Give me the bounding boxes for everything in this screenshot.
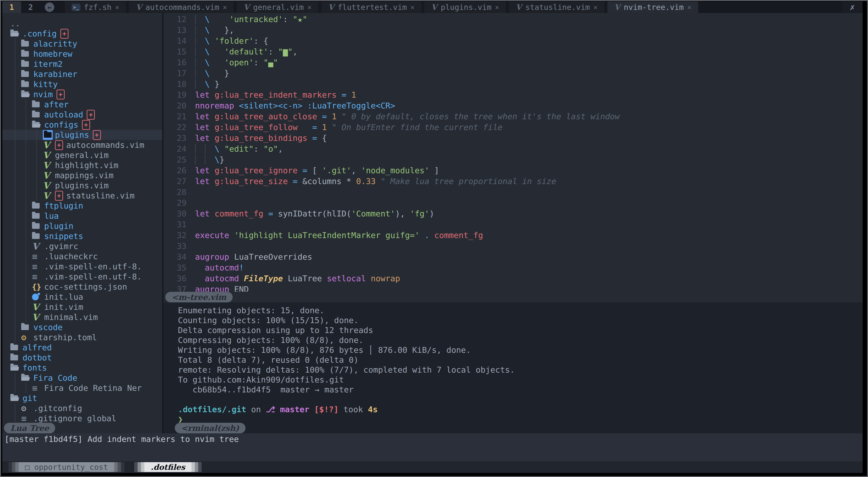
buffer-tab-general.vim[interactable]: Vgeneral.vim× [237,1,318,13]
tree-item-lua[interactable]: lua [2,211,162,221]
tree-indent-guide [32,130,43,140]
tree-item-snippets[interactable]: snippets [2,231,162,241]
code-token: "★" [293,14,307,24]
code-token: let [195,90,210,99]
buffer-tab-fzf.sh[interactable]: >_fzf.sh× [65,1,126,13]
tree-item-iterm2[interactable]: iterm2 [2,59,162,69]
tree-item-nvim[interactable]: nvim+ [2,89,162,99]
tree-item-alacritty[interactable]: alacritty [2,39,162,49]
tmux-gradient-band [191,462,195,472]
tree-item-minimal.vim[interactable]: Vminimal.vim [2,312,162,322]
file-icon: ≡ [32,383,37,393]
tree-item-vscode[interactable]: vscode [2,322,162,332]
tree-item-.vim-spell-en.utf-8.[interactable]: ≡.vim-spell-en.utf-8. [2,262,162,272]
tree-item-init.lua[interactable]: init.lua [2,292,162,302]
buffer-tab-fluttertest.vim[interactable]: Vfluttertest.vim× [321,1,422,13]
tree-item-.gvimrc[interactable]: V.gvimrc [2,241,162,251]
tab-close-icon[interactable]: × [410,3,414,11]
code-token: \ [200,58,210,67]
code-token [210,177,215,186]
code-token: 'highlight LuaTreeIndentMarker guifg=' [234,231,420,240]
tree-item-plugins.vim[interactable]: Vplugins.vim [2,180,162,191]
vim-icon: V [32,241,39,251]
tree-item-fonts[interactable]: fonts [2,363,162,373]
code-token: , [351,166,361,175]
tree-item-dotbot[interactable]: dotbot [2,352,162,363]
tmux-window-.dotfiles[interactable]: .dotfiles [134,462,202,472]
tree-item-.vim-spell-en.utf-8.[interactable]: ≡.vim-spell-en.utf-8. [2,272,162,282]
tree-indent-guide [32,140,43,150]
code-token: comment_fg [215,209,264,218]
code-token: let [195,209,210,218]
tabline-close-button[interactable]: ✗ [842,1,863,13]
tree-indent-guide [10,403,21,413]
editor-line: 19let g:lua_tree_indent_markers = 1 [163,90,863,100]
buffer-tab-nvim-tree.vim[interactable]: Vnvim-tree.vim× [608,1,698,13]
line-number: 29 [163,198,195,208]
editor-line: 30let comment_fg = synIDattr(hlID('Comme… [163,208,863,219]
tree-item-ftplugin[interactable]: ftplugin [2,201,162,211]
tmux-window-opportunity_cost[interactable]: □ opportunity_cost [8,462,124,472]
tree-item-configs[interactable]: configs+ [2,120,162,130]
tree-item-homebrew[interactable]: homebrew [2,49,162,59]
tree-item-highlight.vim[interactable]: Vhighlight.vim [2,160,162,170]
tree-item-..[interactable]: .. [2,19,162,29]
code-token [337,112,342,121]
code-token: [ [307,166,322,175]
code-token: augroup [195,285,229,292]
code-token [376,177,381,186]
tmux-gradient-band [12,462,15,472]
back-button[interactable]: ← [40,1,59,13]
tab-close-icon[interactable]: × [495,3,499,11]
tab-close-icon[interactable]: × [687,3,691,11]
tree-item-kitty[interactable]: kitty [2,79,162,89]
tree-item-label: fonts [23,363,47,372]
tree-item-plugin[interactable]: plugin [2,221,162,231]
tab-close-icon[interactable]: × [307,3,311,11]
tree-item-FiraCode[interactable]: Fira Code [2,373,162,383]
tree-item-.gitconfig[interactable]: ⚙.gitconfig [2,403,162,413]
terminal-line: ❯ [178,414,863,422]
vim-tab-1[interactable]: 1 [2,1,21,13]
code-token: FileType [244,274,283,283]
tab-close-icon[interactable]: × [593,3,597,11]
editor[interactable]: 12▏ \ 'untracked': "★"13▏ \ },14▏ \ 'fol… [163,13,863,292]
tree-item-git[interactable]: git [2,393,162,403]
tree-item-coc-settings.json[interactable]: {}coc-settings.json [2,282,162,292]
line-number: 12 [163,14,195,25]
tree-item-autocommands.vim[interactable]: V+autocommands.vim [2,140,162,150]
tree-item-karabiner[interactable]: karabiner [2,69,162,79]
terminal-line: Compressing objects: 100% (8/8), done. [178,335,863,345]
terminal[interactable]: Enumerating objects: 15, done.Counting o… [163,302,863,422]
buffer-tab-statusline.vim[interactable]: Vstatusline.vim× [509,1,604,13]
tree-indent-guide [10,383,21,393]
line-number: 14 [163,36,195,46]
tree-item-alfred[interactable]: alfred [2,342,162,352]
tree-item-.gitignoreglobal[interactable]: ≡.gitignore_global [2,413,162,422]
tab-close-icon[interactable]: × [223,3,227,11]
tree-item-statusline.vim[interactable]: V+statusline.vim [2,191,162,201]
tree-item-mappings.vim[interactable]: Vmappings.vim [2,170,162,180]
buffer-tab-autocommands.vim[interactable]: Vautocommands.vim× [129,1,234,13]
tree-item-.luacheckrc[interactable]: ≡.luacheckrc [2,251,162,262]
tab-close-icon[interactable]: × [115,3,119,11]
vim-icon: V [43,190,50,201]
tree-item-autoload[interactable]: autoload+ [2,110,162,120]
tree-item-init.vim[interactable]: Vinit.vim [2,302,162,312]
vim-tab-2[interactable]: 2 [21,1,40,13]
tree-item-.config[interactable]: .config+ [2,29,162,39]
tree-item-plugins[interactable]: plugins+ [2,130,162,140]
buffer-tab-plugins.vim[interactable]: Vplugins.vim× [424,1,506,13]
vim-icon: V [32,312,39,322]
tree-indent-guide [10,160,21,170]
editor-line: 33 [163,241,863,251]
tree-item-starship.toml[interactable]: ⚙starship.toml [2,332,162,342]
vim-icon: V [43,180,50,191]
tree-item-FiraCodeRetinaNer[interactable]: ≡Fira Code Retina Ner [2,383,162,393]
tree-item-after[interactable]: after [2,99,162,110]
code-token: comment_fg [434,231,483,240]
tree-item-general.vim[interactable]: Vgeneral.vim [2,150,162,160]
terminal-line: Enumerating objects: 15, done. [178,306,863,315]
file-icon: ≡ [32,251,44,262]
code-token [307,133,312,143]
